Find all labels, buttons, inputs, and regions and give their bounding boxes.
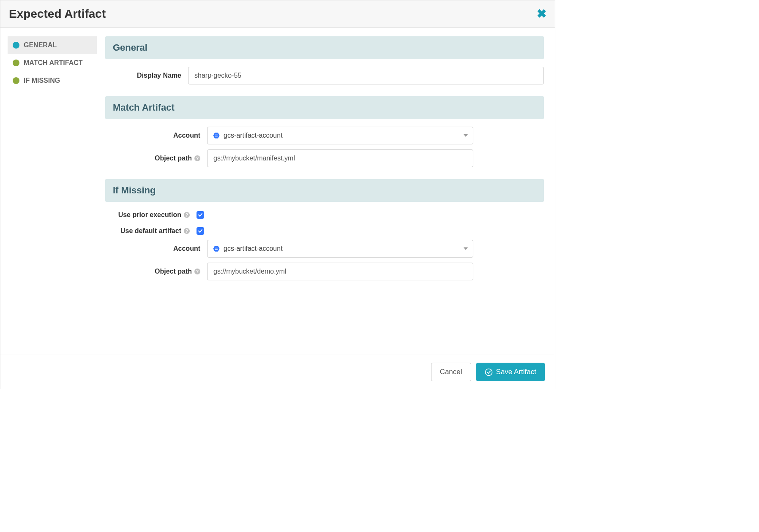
check-icon <box>198 212 203 217</box>
section-body-match: Account gcs-artifact-account <box>105 127 544 167</box>
match-account-label: Account <box>105 132 200 139</box>
gcs-icon <box>213 245 220 252</box>
modal-footer: Cancel Save Artifact <box>0 355 555 389</box>
help-icon[interactable]: ? <box>194 155 200 161</box>
sidebar-item-match-artifact[interactable]: MATCH ARTIFACT <box>8 54 97 72</box>
save-button-label: Save Artifact <box>496 368 536 376</box>
display-name-input[interactable] <box>188 67 544 84</box>
use-prior-label: Use prior execution ? <box>105 211 190 219</box>
main-panel: General Display Name Match Artifact Acco… <box>102 28 555 355</box>
close-icon[interactable]: ✖ <box>537 8 546 20</box>
section-body-missing: Use prior execution ? Use default artifa… <box>105 211 544 280</box>
svg-point-6 <box>485 369 492 375</box>
use-default-label: Use default artifact ? <box>105 227 190 235</box>
help-icon[interactable]: ? <box>184 228 190 234</box>
svg-rect-1 <box>215 135 218 136</box>
svg-marker-3 <box>213 246 220 252</box>
svg-rect-4 <box>215 248 218 249</box>
check-icon <box>198 228 203 233</box>
match-object-path-input[interactable] <box>207 149 473 167</box>
svg-rect-5 <box>215 249 218 250</box>
missing-object-path-label: Object path ? <box>105 268 200 275</box>
help-icon[interactable]: ? <box>194 269 200 274</box>
sidebar: GENERAL MATCH ARTIFACT IF MISSING <box>0 28 102 355</box>
missing-object-path-input[interactable] <box>207 263 473 280</box>
modal-header: Expected Artifact ✖ <box>0 0 555 28</box>
section-header-general: General <box>105 36 544 59</box>
sidebar-item-if-missing[interactable]: IF MISSING <box>8 72 97 90</box>
svg-marker-0 <box>213 133 220 138</box>
modal-title: Expected Artifact <box>9 7 106 21</box>
use-default-checkbox[interactable] <box>197 227 204 235</box>
dot-icon <box>13 60 19 66</box>
match-account-select[interactable]: gcs-artifact-account <box>207 127 473 144</box>
dot-icon <box>13 77 19 84</box>
save-artifact-button[interactable]: Save Artifact <box>476 363 545 381</box>
sidebar-item-label: MATCH ARTIFACT <box>24 59 83 67</box>
use-prior-checkbox[interactable] <box>197 211 204 219</box>
section-body-general: Display Name <box>105 67 544 84</box>
missing-account-value: gcs-artifact-account <box>224 245 283 252</box>
modal-content: GENERAL MATCH ARTIFACT IF MISSING Genera… <box>0 28 555 355</box>
section-header-missing: If Missing <box>105 179 544 202</box>
svg-rect-2 <box>215 136 218 137</box>
dot-icon <box>13 42 19 49</box>
check-circle-icon <box>485 368 493 376</box>
match-account-value: gcs-artifact-account <box>224 132 283 139</box>
expected-artifact-modal: Expected Artifact ✖ GENERAL MATCH ARTIFA… <box>0 0 555 389</box>
display-name-label: Display Name <box>105 72 181 79</box>
section-header-match: Match Artifact <box>105 96 544 119</box>
help-icon[interactable]: ? <box>184 212 190 218</box>
sidebar-item-label: GENERAL <box>24 41 57 49</box>
chevron-down-icon <box>464 134 468 137</box>
sidebar-item-general[interactable]: GENERAL <box>8 36 97 54</box>
sidebar-item-label: IF MISSING <box>24 77 60 84</box>
missing-account-select[interactable]: gcs-artifact-account <box>207 240 473 258</box>
cancel-button[interactable]: Cancel <box>431 363 471 381</box>
match-object-path-label: Object path ? <box>105 155 200 162</box>
chevron-down-icon <box>464 247 468 250</box>
missing-account-label: Account <box>105 245 200 252</box>
gcs-icon <box>213 132 220 139</box>
